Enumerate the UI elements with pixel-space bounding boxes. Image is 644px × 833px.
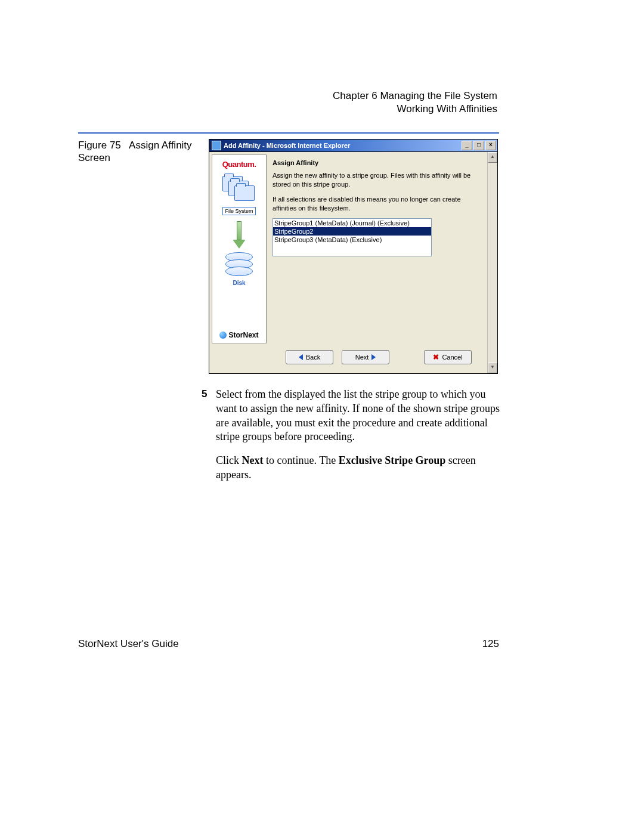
continue-pre: Click bbox=[216, 454, 242, 466]
next-button[interactable]: Next bbox=[342, 350, 389, 364]
folder-icon bbox=[234, 185, 255, 201]
dialog-window: Add Affinity - Microsoft Internet Explor… bbox=[209, 139, 498, 374]
scroll-up-button[interactable]: ▲ bbox=[488, 152, 497, 163]
back-button[interactable]: Back bbox=[286, 350, 333, 364]
footer-guide: StorNext User's Guide bbox=[78, 638, 179, 650]
filesystem-label: File System bbox=[222, 207, 255, 215]
button-bar: Back Next ✖ Cancel bbox=[212, 343, 485, 371]
back-label: Back bbox=[306, 354, 320, 361]
content-heading: Assign Affinity bbox=[273, 159, 479, 166]
close-button[interactable]: × bbox=[485, 141, 496, 150]
vertical-scrollbar[interactable]: ▲ ▼ bbox=[487, 152, 497, 373]
figure-number: Figure 75 bbox=[78, 140, 121, 151]
triangle-left-icon bbox=[299, 354, 303, 360]
cancel-label: Cancel bbox=[442, 354, 462, 361]
instruction-text: Assign the new affinity to a stripe grou… bbox=[273, 171, 479, 189]
continue-mid: to continue. The bbox=[263, 454, 338, 466]
figure-caption: Figure 75 Assign Affinity Screen bbox=[78, 139, 197, 165]
list-item[interactable]: StripeGroup1 (MetaData) (Journal) (Exclu… bbox=[273, 219, 431, 227]
disabled-note: If all selections are disabled this mean… bbox=[273, 195, 479, 213]
product-label: StorNext bbox=[228, 331, 258, 339]
minimize-button[interactable]: _ bbox=[462, 141, 472, 150]
step-number: 5 bbox=[202, 388, 207, 401]
brand-logo: Quantum. bbox=[222, 160, 256, 169]
globe-icon bbox=[219, 332, 227, 339]
scroll-track[interactable] bbox=[488, 163, 497, 363]
arrow-down-icon bbox=[233, 221, 245, 249]
maximize-button[interactable]: □ bbox=[473, 141, 484, 150]
wizard-main: Assign Affinity Assign the new affinity … bbox=[267, 154, 485, 343]
section-title: Working With Affinities bbox=[333, 103, 497, 116]
list-item[interactable]: StripeGroup2 bbox=[273, 227, 431, 236]
stripe-group-listbox[interactable]: StripeGroup1 (MetaData) (Journal) (Exclu… bbox=[273, 218, 432, 256]
list-item[interactable]: StripeGroup3 (MetaData) (Exclusive) bbox=[273, 236, 431, 244]
ie-icon bbox=[212, 141, 221, 150]
body-text: 5 Select from the displayed the list the… bbox=[202, 388, 500, 492]
disk-label: Disk bbox=[233, 280, 245, 286]
step-text: Select from the displayed the list the s… bbox=[216, 388, 500, 442]
product-name: StorNext bbox=[219, 331, 258, 339]
page-footer: StorNext User's Guide 125 bbox=[78, 638, 499, 650]
chapter-title: Chapter 6 Managing the File System bbox=[333, 89, 497, 103]
scroll-down-button[interactable]: ▼ bbox=[488, 363, 497, 373]
esg-bold: Exclusive Stripe Group bbox=[339, 454, 446, 466]
horizontal-rule bbox=[78, 132, 499, 134]
disk-icon bbox=[225, 267, 253, 276]
x-icon: ✖ bbox=[433, 353, 439, 361]
chapter-header: Chapter 6 Managing the File System Worki… bbox=[333, 89, 497, 116]
next-label: Next bbox=[355, 354, 369, 361]
wizard-sidebar: Quantum. File System bbox=[212, 154, 267, 343]
filesystem-graphic: File System bbox=[222, 172, 256, 215]
cancel-button[interactable]: ✖ Cancel bbox=[424, 350, 472, 364]
triangle-right-icon bbox=[371, 354, 376, 360]
page-number: 125 bbox=[482, 638, 499, 650]
window-titlebar: Add Affinity - Microsoft Internet Explor… bbox=[209, 140, 497, 152]
disk-graphic: Disk bbox=[225, 255, 253, 286]
window-title: Add Affinity - Microsoft Internet Explor… bbox=[224, 142, 460, 149]
next-bold: Next bbox=[242, 454, 264, 466]
